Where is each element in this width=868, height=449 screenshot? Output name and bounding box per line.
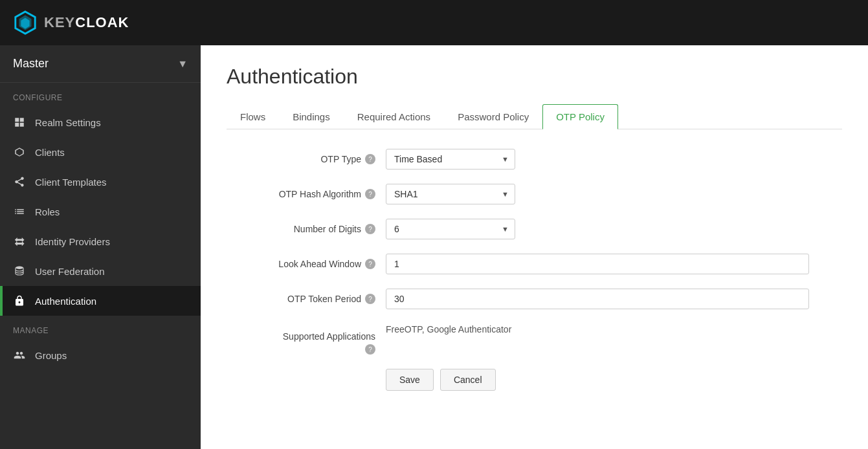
- otp-token-period-input[interactable]: [386, 289, 809, 309]
- sidebar-item-roles[interactable]: Roles: [0, 197, 201, 226]
- users-icon: [13, 349, 26, 362]
- otp-token-period-row: OTP Token Period ?: [227, 289, 809, 309]
- look-ahead-row: Look Ahead Window ?: [227, 254, 809, 274]
- otp-hash-row: OTP Hash Algorithm ? SHA1 SHA256 SHA512: [227, 184, 809, 204]
- svg-point-3: [16, 267, 23, 270]
- share-icon: [13, 175, 26, 188]
- logo: KEYCLOAK: [13, 10, 129, 35]
- otp-type-help-icon[interactable]: ?: [365, 154, 375, 164]
- configure-section-label: Configure: [0, 83, 201, 107]
- keycloak-logo-icon: [13, 10, 38, 35]
- look-ahead-input[interactable]: [386, 254, 809, 274]
- tab-bindings[interactable]: Bindings: [279, 104, 344, 129]
- lock-icon: [13, 294, 26, 307]
- list-icon: [13, 205, 26, 218]
- arrows-icon: [13, 235, 26, 248]
- num-digits-select-wrapper: 6 8: [386, 219, 515, 239]
- num-digits-help-icon[interactable]: ?: [365, 224, 375, 234]
- tab-flows[interactable]: Flows: [227, 104, 279, 129]
- realm-chevron-icon: ▼: [177, 58, 188, 70]
- supported-apps-value: FreeOTP, Google Authenticator: [386, 323, 809, 335]
- tab-required-actions[interactable]: Required Actions: [344, 104, 444, 129]
- otp-hash-select-wrapper: SHA1 SHA256 SHA512: [386, 184, 515, 204]
- cancel-button[interactable]: Cancel: [440, 369, 496, 391]
- sidebar-item-user-federation[interactable]: User Federation: [0, 256, 201, 286]
- num-digits-label: Number of Digits ?: [227, 219, 375, 234]
- look-ahead-help-icon[interactable]: ?: [365, 259, 375, 269]
- otp-token-period-label: OTP Token Period ?: [227, 289, 375, 304]
- otp-type-select-wrapper: Time Based Counter Based: [386, 149, 515, 170]
- sidebar-item-authentication[interactable]: Authentication: [0, 286, 201, 316]
- num-digits-row: Number of Digits ? 6 8: [227, 219, 809, 239]
- tab-otp-policy[interactable]: OTP Policy: [542, 104, 618, 129]
- cube-icon: [13, 146, 26, 159]
- otp-token-help-icon[interactable]: ?: [365, 294, 375, 304]
- topbar: KEYCLOAK: [0, 0, 868, 45]
- otp-type-control: Time Based Counter Based: [386, 149, 809, 170]
- supported-apps-label: Supported Applications ?: [227, 323, 375, 355]
- otp-hash-help-icon[interactable]: ?: [365, 189, 375, 199]
- otp-type-select[interactable]: Time Based Counter Based: [386, 149, 515, 170]
- manage-section-label: Manage: [0, 316, 201, 340]
- otp-type-row: OTP Type ? Time Based Counter Based: [227, 149, 809, 170]
- otp-policy-form: OTP Type ? Time Based Counter Based OTP …: [227, 149, 809, 391]
- content-area: Authentication Flows Bindings Required A…: [201, 45, 868, 449]
- page-title: Authentication: [227, 65, 842, 89]
- tab-password-policy[interactable]: Password Policy: [444, 104, 542, 129]
- supported-apps-row: Supported Applications ? FreeOTP, Google…: [227, 323, 809, 355]
- realm-name: Master: [13, 57, 49, 71]
- supported-apps-help-icon[interactable]: ?: [365, 344, 375, 355]
- num-digits-control: 6 8: [386, 219, 809, 239]
- num-digits-select[interactable]: 6 8: [386, 219, 515, 239]
- sidebar-item-client-templates[interactable]: Client Templates: [0, 167, 201, 197]
- otp-hash-label: OTP Hash Algorithm ?: [227, 184, 375, 199]
- sidebar-item-realm-settings[interactable]: Realm Settings: [0, 107, 201, 137]
- logo-text: KEYCLOAK: [44, 14, 129, 31]
- tabs-bar: Flows Bindings Required Actions Password…: [227, 104, 842, 129]
- look-ahead-control: [386, 254, 809, 274]
- otp-type-label: OTP Type ?: [227, 149, 375, 164]
- grid-icon: [13, 116, 26, 129]
- sidebar-item-identity-providers[interactable]: Identity Providers: [0, 226, 201, 256]
- database-icon: [13, 265, 26, 278]
- sidebar-item-groups[interactable]: Groups: [0, 340, 201, 370]
- form-buttons: Save Cancel: [227, 369, 809, 391]
- otp-hash-select[interactable]: SHA1 SHA256 SHA512: [386, 184, 515, 204]
- sidebar: Master ▼ Configure Realm Settings Client…: [0, 45, 201, 449]
- realm-selector[interactable]: Master ▼: [0, 45, 201, 83]
- save-button[interactable]: Save: [386, 369, 434, 391]
- look-ahead-label: Look Ahead Window ?: [227, 254, 375, 269]
- otp-token-control: [386, 289, 809, 309]
- sidebar-item-clients[interactable]: Clients: [0, 137, 201, 167]
- otp-hash-control: SHA1 SHA256 SHA512: [386, 184, 809, 204]
